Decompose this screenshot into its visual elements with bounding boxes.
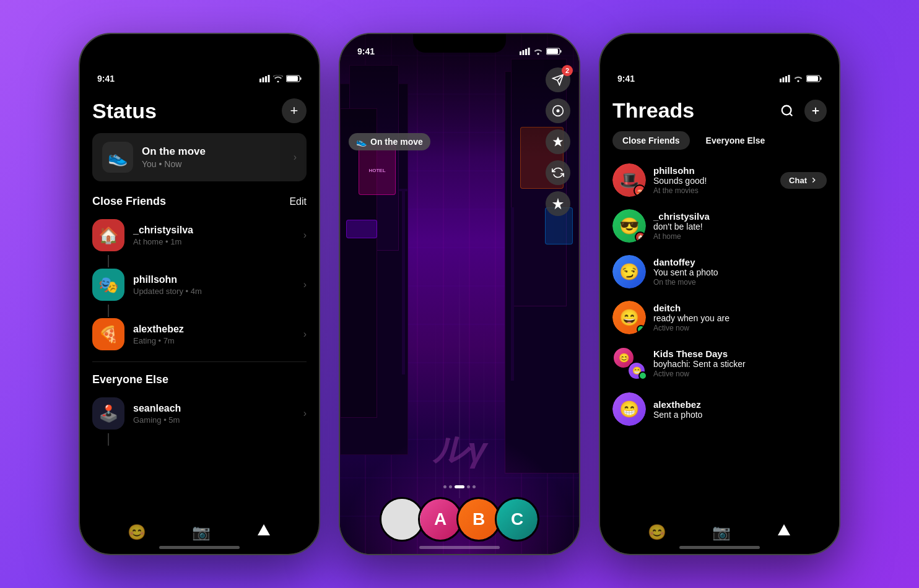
- my-status-sub: You • Now: [142, 159, 285, 169]
- battery-icon-3: [806, 75, 822, 82]
- svg-point-24: [797, 80, 799, 82]
- everyone-else-title: Everyone Else: [92, 373, 168, 386]
- thread-info-kids-these-days: Kids These Days boyhachi: Sent a sticker…: [653, 348, 827, 378]
- refresh-button[interactable]: [546, 160, 570, 185]
- send-icon: [552, 74, 564, 86]
- friend-name-phillsohn: phillsohn: [133, 274, 295, 285]
- notch-2: [413, 34, 506, 53]
- thread-status-dantoffey: On the move: [653, 278, 827, 287]
- time-2: 9:41: [357, 46, 375, 56]
- dot-1: [443, 485, 446, 488]
- friend-status-alexthebez: Eating • 7m: [133, 336, 295, 345]
- magic-button[interactable]: [546, 129, 570, 154]
- edit-button[interactable]: Edit: [289, 196, 307, 207]
- nav-threads-icon-3[interactable]: [777, 523, 791, 542]
- friend-item-phillsohn[interactable]: 🎭 phillsohn Updated story • 4m ›: [80, 262, 319, 307]
- avatar-christysilva: 😎 🏠: [612, 209, 646, 243]
- svg-rect-5: [287, 76, 298, 81]
- story-overlay-top: 👟 On the move 2: [340, 61, 579, 222]
- status-bar-3: 9:41: [600, 61, 839, 89]
- thread-status-kids-these-days: Active now: [653, 370, 827, 378]
- story-avatar-3[interactable]: C: [495, 497, 539, 542]
- search-button[interactable]: [776, 100, 798, 122]
- thread-dantoffey[interactable]: 😏 dantoffey You sent a photo On the move: [600, 249, 839, 295]
- svg-rect-26: [807, 76, 818, 81]
- sparkle-button[interactable]: [546, 191, 570, 216]
- shoe-emoji: 👟: [356, 137, 367, 147]
- thread-deitch[interactable]: 😄 deitch ready when you are Active now: [600, 295, 839, 340]
- phone-1-header: Status +: [80, 89, 319, 131]
- tab-close-friends[interactable]: Close Friends: [612, 131, 690, 150]
- friend-item-seanleach[interactable]: 🕹️ seanleach Gaming • 5m ›: [80, 391, 319, 436]
- phone-2-screen: HOTEL ルγ: [340, 34, 579, 554]
- home-bar-3: [679, 546, 760, 549]
- sparkle-icon: [552, 197, 564, 210]
- phone-2: HOTEL ルγ: [339, 33, 580, 555]
- phone-1: 9:41: [79, 33, 320, 555]
- nav-threads-icon[interactable]: [256, 523, 271, 542]
- status-icons-1: [259, 75, 302, 82]
- thread-phillsohn[interactable]: 🎩 🎪 phillsohn Sounds good! At the movies…: [600, 157, 839, 203]
- friend-name-alexthebez: alexthebez: [133, 324, 295, 335]
- nav-camera-icon[interactable]: 📷: [192, 524, 211, 541]
- svg-rect-10: [525, 49, 527, 55]
- friend-info-alexthebez: alexthebez Eating • 7m: [133, 324, 295, 345]
- signal-icon: [259, 75, 270, 82]
- friend-item-christysilva[interactable]: 🏠 _christysilva At home • 1m ›: [80, 213, 319, 257]
- activity-button[interactable]: [546, 98, 570, 123]
- friend-status-christysilva: At home • 1m: [133, 237, 295, 246]
- nav-emoji-icon-3[interactable]: 😊: [648, 524, 666, 541]
- tab-everyone-else[interactable]: Everyone Else: [696, 131, 775, 150]
- thread-msg-deitch: ready when you are: [653, 313, 827, 323]
- friend-name-seanleach: seanleach: [133, 403, 295, 414]
- wifi-icon-2: [533, 48, 543, 55]
- friend-avatar-phillsohn: 🎭: [92, 269, 124, 301]
- my-status-info: On the move You • Now: [142, 145, 285, 169]
- thread-status-phillsohn: At the movies: [653, 186, 773, 195]
- friend-item-alexthebez[interactable]: 🍕 alexthebez Eating • 7m ›: [80, 312, 319, 357]
- my-status-card[interactable]: 👟 On the move You • Now ›: [92, 133, 307, 181]
- thread-msg-dantoffey: You sent a photo: [653, 267, 827, 277]
- my-status-chevron: ›: [294, 152, 297, 163]
- svg-marker-7: [258, 524, 270, 535]
- svg-rect-0: [259, 79, 261, 82]
- compose-button[interactable]: [804, 100, 827, 122]
- thread-alexthebez[interactable]: 😁 alexthebez Sent a photo: [600, 386, 839, 432]
- friend-info-seanleach: seanleach Gaming • 5m: [133, 403, 295, 425]
- my-status-name: On the move: [142, 145, 285, 158]
- story-status-badge[interactable]: 👟 On the move: [349, 133, 430, 150]
- nav-camera-icon-3[interactable]: 📷: [712, 524, 731, 541]
- notch-3: [673, 34, 766, 53]
- friend-avatar-alexthebez: 🍕: [92, 318, 124, 350]
- phone-2-content: HOTEL ルγ: [340, 34, 579, 554]
- svg-rect-2: [265, 76, 267, 82]
- status-title: Status: [92, 99, 157, 123]
- thread-christysilva[interactable]: 😎 🏠 _christysilva don't be late! At home: [600, 203, 839, 249]
- chat-button-phillsohn[interactable]: Chat: [780, 172, 827, 189]
- nav-emoji-icon[interactable]: 😊: [128, 524, 146, 541]
- send-button[interactable]: 2: [546, 67, 570, 92]
- lamp-post-2: [511, 207, 514, 381]
- svg-rect-9: [523, 50, 525, 55]
- thread-info-alexthebez-3: alexthebez Sent a photo: [653, 399, 827, 420]
- thread-info-christysilva: _christysilva don't be late! At home: [653, 211, 827, 241]
- signal-icon-2: [520, 48, 530, 55]
- friend-chevron-4: ›: [303, 408, 307, 419]
- time-1: 9:41: [97, 74, 115, 84]
- threads-title: Threads: [612, 98, 694, 123]
- avatar-alexthebez-3: 😁: [612, 392, 646, 426]
- svg-marker-32: [778, 524, 790, 535]
- svg-point-12: [537, 53, 539, 54]
- magic-icon: [552, 136, 564, 148]
- svg-rect-20: [780, 79, 782, 82]
- thread-name-phillsohn: phillsohn: [653, 165, 773, 176]
- friend-chevron-3: ›: [303, 329, 307, 340]
- thread-msg-kids-these-days: boyhachi: Sent a sticker: [653, 359, 827, 369]
- group-active-dot: [638, 371, 647, 380]
- bottom-nav-1: 😊 📷: [80, 523, 319, 542]
- add-status-button[interactable]: +: [282, 98, 307, 123]
- svg-point-28: [782, 105, 791, 115]
- svg-line-29: [790, 113, 792, 116]
- thread-kids-these-days[interactable]: 😊 😁 Kids These Days boyhachi: Sent a sti…: [600, 340, 839, 386]
- friend-chevron-2: ›: [303, 279, 307, 290]
